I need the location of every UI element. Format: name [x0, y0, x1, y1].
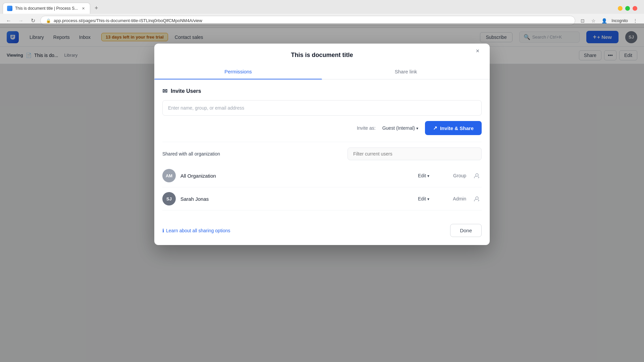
user-name-all-org: All Organization	[180, 173, 410, 179]
filter-users-input[interactable]	[347, 147, 482, 160]
modal-header: This is document title ×	[154, 44, 490, 59]
chevron-down-icon	[427, 196, 429, 201]
minimize-btn[interactable]	[618, 6, 623, 11]
user-row: SJ Sarah Jonas Edit Admin	[162, 187, 482, 210]
shared-header: Shared with all organization	[162, 147, 482, 160]
done-button[interactable]: Done	[450, 224, 482, 237]
invite-input[interactable]	[162, 100, 482, 116]
invite-section-title: ✉ Invite Users	[162, 87, 482, 95]
modal-body: ✉ Invite Users Invite as: Guest (Interna…	[154, 79, 490, 219]
tab-title: This is document title | Process S...	[15, 6, 78, 11]
url-text: app.process.st/pages/This-is-document-ti…	[54, 18, 202, 23]
modal: This is document title × Permissions Sha…	[154, 44, 490, 245]
envelope-icon: ✉	[162, 87, 167, 95]
user-role-btn-sarah[interactable]: Edit	[415, 194, 441, 203]
svg-point-0	[476, 174, 478, 176]
invite-as-label: Invite as:	[357, 125, 376, 131]
learn-link[interactable]: ℹ Learn about all sharing options	[162, 228, 230, 233]
shared-section: Shared with all organization AM All Orga…	[162, 142, 482, 210]
user-role-btn-all-org[interactable]: Edit	[415, 171, 441, 180]
avatar-sarah: SJ	[162, 192, 176, 205]
modal-tabs: Permissions Share link	[154, 64, 490, 79]
tab-close-btn[interactable]: ✕	[80, 6, 86, 11]
invite-actions: Invite as: Guest (Internal) ↗ Invite & S…	[162, 121, 482, 135]
tab-bar: This is document title | Process S... ✕ …	[0, 0, 644, 14]
lock-icon: 🔒	[46, 18, 51, 23]
maximize-btn[interactable]	[625, 6, 630, 11]
modal-footer: ℹ Learn about all sharing options Done	[154, 219, 490, 245]
invite-share-button[interactable]: ↗ Invite & Share	[425, 121, 482, 135]
svg-point-1	[476, 197, 478, 199]
remove-user-sarah-btn[interactable]	[471, 193, 482, 204]
tab-favicon	[7, 6, 12, 11]
shared-label: Shared with all organization	[162, 151, 220, 157]
tab-permissions[interactable]: Permissions	[154, 64, 322, 79]
remove-user-all-org-btn[interactable]	[471, 170, 482, 181]
modal-title: This is document title	[291, 52, 353, 59]
share-icon: ↗	[433, 125, 437, 131]
user-row: AM All Organization Edit Group	[162, 164, 482, 187]
user-name-sarah: Sarah Jonas	[180, 196, 410, 202]
browser-tab[interactable]: This is document title | Process S... ✕	[3, 3, 90, 14]
user-type-sarah: Admin	[446, 196, 466, 201]
avatar-all-org: AM	[162, 169, 176, 182]
info-icon: ℹ	[162, 228, 164, 233]
new-tab-btn[interactable]: +	[92, 4, 101, 13]
modal-overlay[interactable]: This is document title × Permissions Sha…	[0, 23, 644, 362]
user-type-all-org: Group	[446, 173, 466, 178]
close-window-btn[interactable]	[633, 6, 637, 11]
chevron-down-icon	[427, 173, 429, 178]
invite-as-select[interactable]: Guest (Internal)	[380, 124, 421, 132]
tab-share-link[interactable]: Share link	[322, 64, 490, 79]
modal-close-button[interactable]: ×	[472, 46, 483, 57]
chevron-down-icon	[416, 125, 418, 131]
